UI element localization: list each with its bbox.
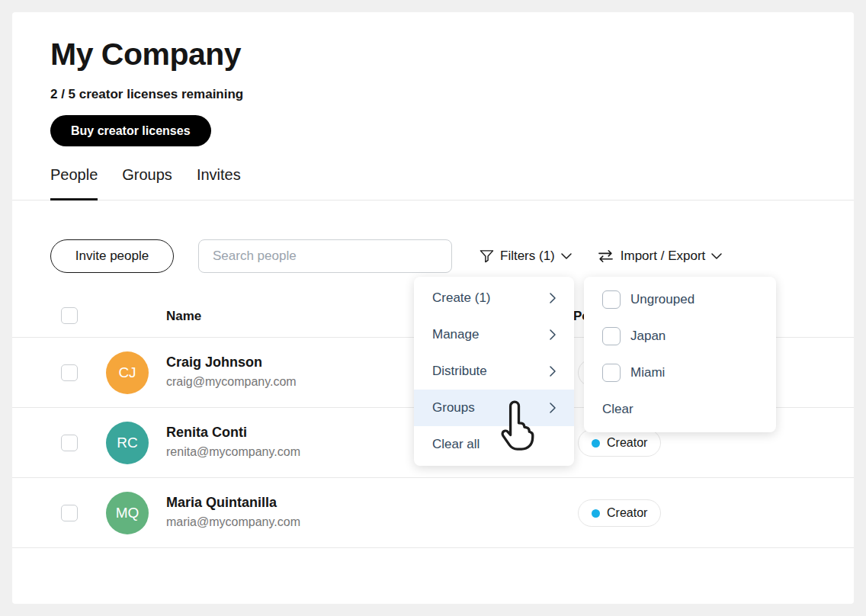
buy-creator-licenses-button[interactable]: Buy creator licenses — [50, 115, 211, 146]
chevron-right-icon — [550, 403, 556, 413]
page-title: My Company — [50, 37, 241, 72]
checkbox[interactable] — [602, 364, 621, 382]
license-summary: 2 / 5 creator licenses remaining — [50, 87, 243, 102]
chevron-down-icon — [561, 253, 572, 259]
chevron-down-icon — [711, 253, 722, 259]
filters-label: Filters (1) — [500, 249, 555, 264]
creator-dot-icon — [592, 439, 600, 448]
search-people-input[interactable] — [198, 239, 452, 273]
person-email: renita@mycompany.com — [166, 442, 300, 462]
permission-label: Creator — [607, 506, 647, 520]
submenu-option-ungrouped[interactable]: Ungrouped — [584, 281, 776, 318]
import-export-dropdown-trigger[interactable]: Import / Export — [597, 249, 722, 264]
checkbox[interactable] — [602, 327, 621, 345]
select-all-checkbox[interactable] — [61, 307, 78, 324]
menu-item-distribute[interactable]: Distribute — [414, 353, 574, 390]
submenu-clear-button[interactable]: Clear — [584, 391, 776, 428]
invite-people-button[interactable]: Invite people — [50, 239, 174, 273]
permission-badge[interactable]: Creator — [578, 499, 661, 527]
chevron-right-icon — [550, 366, 556, 377]
table-row: MQ Maria Quintanilla maria@mycompany.com… — [12, 478, 854, 548]
import-export-arrows-icon — [597, 249, 614, 263]
tab-people[interactable]: People — [50, 166, 98, 201]
filters-dropdown-menu: Create (1) Manage Distribute Groups Clea… — [414, 277, 574, 466]
filters-dropdown-trigger[interactable]: Filters (1) — [480, 249, 572, 264]
avatar: MQ — [106, 492, 149, 534]
person-name: Maria Quintanilla — [166, 492, 300, 512]
creator-dot-icon — [592, 509, 600, 518]
person-name: Craig Johnson — [166, 352, 297, 372]
tab-invites[interactable]: Invites — [197, 166, 241, 201]
menu-item-create[interactable]: Create (1) — [414, 280, 574, 316]
people-toolbar: Invite people Filters (1) Import / Expor… — [50, 239, 722, 273]
menu-item-groups[interactable]: Groups — [414, 390, 574, 426]
checkbox[interactable] — [602, 290, 621, 309]
avatar: CJ — [106, 351, 149, 394]
filter-funnel-icon — [480, 249, 494, 263]
column-header-name: Name — [166, 309, 201, 324]
avatar: RC — [106, 422, 149, 464]
menu-item-clear-all[interactable]: Clear all — [414, 426, 574, 463]
person-email: maria@mycompany.com — [166, 512, 300, 532]
chevron-right-icon — [550, 293, 556, 303]
submenu-option-miami[interactable]: Miami — [584, 355, 776, 391]
menu-item-manage[interactable]: Manage — [414, 316, 574, 353]
select-row-checkbox[interactable] — [61, 364, 78, 381]
chevron-right-icon — [550, 329, 556, 340]
tab-groups[interactable]: Groups — [122, 166, 172, 201]
groups-submenu: Ungrouped Japan Miami Clear — [584, 277, 776, 432]
tab-bar: People Groups Invites — [12, 166, 854, 201]
select-row-checkbox[interactable] — [61, 505, 78, 521]
person-name: Renita Conti — [166, 422, 300, 442]
select-row-checkbox[interactable] — [61, 435, 78, 451]
submenu-option-japan[interactable]: Japan — [584, 318, 776, 355]
settings-card: My Company 2 / 5 creator licenses remain… — [12, 12, 854, 604]
permission-badge[interactable]: Creator — [578, 429, 661, 457]
permission-label: Creator — [607, 436, 647, 450]
import-export-label: Import / Export — [621, 249, 705, 264]
person-email: craig@mycompany.com — [166, 372, 297, 392]
